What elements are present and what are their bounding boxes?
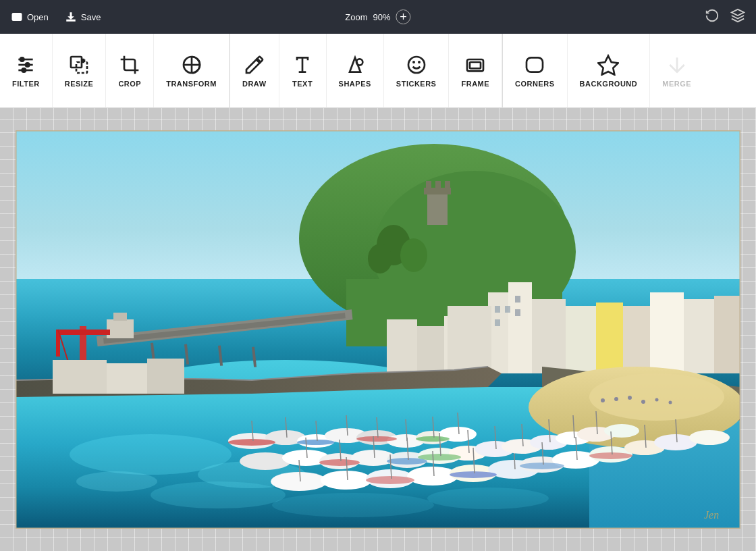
svg-point-94	[356, 436, 397, 442]
draw-icon	[244, 54, 265, 76]
svg-point-95	[416, 436, 450, 442]
open-label: Open	[27, 12, 49, 22]
svg-point-89	[407, 467, 458, 486]
svg-point-157	[427, 488, 549, 509]
save-icon	[65, 11, 77, 23]
svg-rect-41	[566, 306, 596, 373]
svg-point-99	[366, 476, 414, 484]
svg-rect-133	[147, 359, 184, 394]
svg-rect-17	[470, 62, 481, 68]
svg-rect-51	[495, 306, 500, 313]
background-icon	[597, 54, 619, 76]
svg-point-126	[604, 424, 639, 438]
tool-frame[interactable]: FRAME	[449, 34, 502, 107]
draw-label: DRAW	[242, 80, 267, 88]
tool-crop[interactable]: CROP	[106, 34, 154, 107]
svg-point-156	[272, 493, 434, 517]
svg-rect-43	[623, 306, 650, 373]
tool-filter[interactable]: FILTER	[0, 34, 53, 107]
svg-rect-33	[435, 181, 441, 189]
zoom-control: Zoom 90% +	[345, 9, 410, 24]
layers-icon[interactable]	[730, 8, 745, 26]
tool-text[interactable]: TEXT	[279, 34, 327, 107]
svg-point-5	[20, 57, 24, 61]
stickers-icon	[406, 54, 427, 76]
zoom-plus-button[interactable]: +	[396, 9, 411, 24]
svg-rect-63	[113, 313, 127, 321]
transform-label: TRANSFORM	[166, 80, 217, 88]
svg-rect-0	[12, 14, 22, 21]
crop-label: CROP	[118, 80, 141, 88]
transform-icon	[181, 54, 202, 76]
svg-point-139	[669, 401, 672, 404]
svg-text:Jen: Jen	[704, 509, 719, 521]
shapes-label: SHAPES	[339, 80, 371, 88]
resize-label: RESIZE	[65, 80, 94, 88]
svg-point-93	[297, 440, 335, 445]
tool-corners[interactable]: CORNERS	[503, 34, 568, 107]
topbar: Open Save Zoom 90% +	[0, 0, 756, 34]
svg-rect-132	[107, 363, 147, 394]
svg-rect-32	[426, 181, 431, 189]
save-button[interactable]: Save	[65, 11, 101, 23]
tool-transform[interactable]: TRANSFORM	[154, 34, 230, 107]
topbar-right	[705, 8, 745, 26]
zoom-label: Zoom	[345, 12, 367, 22]
svg-point-136	[628, 396, 632, 400]
merge-label: MERGE	[662, 80, 691, 88]
svg-rect-54	[515, 296, 520, 303]
svg-rect-131	[53, 360, 107, 394]
tool-shapes[interactable]: SHAPES	[327, 34, 384, 107]
svg-point-96	[319, 459, 360, 466]
save-label: Save	[81, 12, 101, 22]
stickers-label: STICKERS	[396, 80, 437, 88]
zoom-value: 90%	[373, 12, 391, 22]
svg-point-78	[240, 452, 291, 470]
svg-rect-44	[650, 292, 684, 373]
svg-rect-53	[495, 319, 500, 326]
sliders-icon	[15, 54, 36, 76]
tool-merge[interactable]: MERGE	[650, 34, 703, 107]
svg-rect-50	[448, 306, 491, 373]
svg-rect-55	[515, 309, 520, 316]
svg-point-147	[689, 430, 730, 445]
svg-rect-30	[427, 191, 448, 225]
open-icon	[11, 11, 23, 23]
svg-rect-52	[505, 306, 510, 313]
canvas-area: Jen	[0, 108, 756, 551]
frame-icon	[464, 54, 486, 76]
svg-point-65	[589, 373, 724, 421]
main-painting: Jen	[16, 130, 740, 529]
tool-background[interactable]: BACKGROUND	[568, 34, 651, 107]
background-label: BACKGROUND	[580, 80, 638, 88]
svg-rect-40	[532, 299, 566, 373]
filter-label: FILTER	[12, 80, 40, 88]
svg-point-134	[601, 398, 605, 402]
open-button[interactable]: Open	[11, 11, 49, 23]
frame-label: FRAME	[461, 80, 489, 88]
svg-point-13	[408, 57, 425, 73]
svg-point-100	[450, 471, 497, 478]
crop-icon	[119, 54, 140, 76]
svg-point-6	[26, 63, 29, 66]
undo-icon[interactable]	[705, 8, 720, 26]
svg-marker-19	[599, 55, 618, 74]
corners-label: CORNERS	[515, 80, 555, 88]
tool-draw[interactable]: DRAW	[230, 34, 279, 107]
svg-point-36	[400, 238, 427, 272]
svg-point-98	[418, 454, 461, 461]
tool-resize[interactable]: RESIZE	[53, 34, 107, 107]
svg-rect-48	[417, 326, 444, 373]
shapes-icon	[344, 54, 366, 76]
svg-rect-67	[56, 330, 110, 335]
svg-point-87	[321, 471, 372, 490]
svg-rect-42	[596, 303, 623, 373]
svg-point-148	[520, 463, 564, 469]
toolbar: FILTER RESIZE CROP TRANSFORM	[0, 34, 756, 108]
svg-rect-45	[684, 299, 714, 373]
svg-point-26	[76, 471, 157, 492]
tool-stickers[interactable]: STICKERS	[384, 34, 450, 107]
svg-rect-46	[714, 296, 740, 373]
resize-icon	[68, 54, 90, 76]
svg-rect-47	[387, 319, 417, 373]
